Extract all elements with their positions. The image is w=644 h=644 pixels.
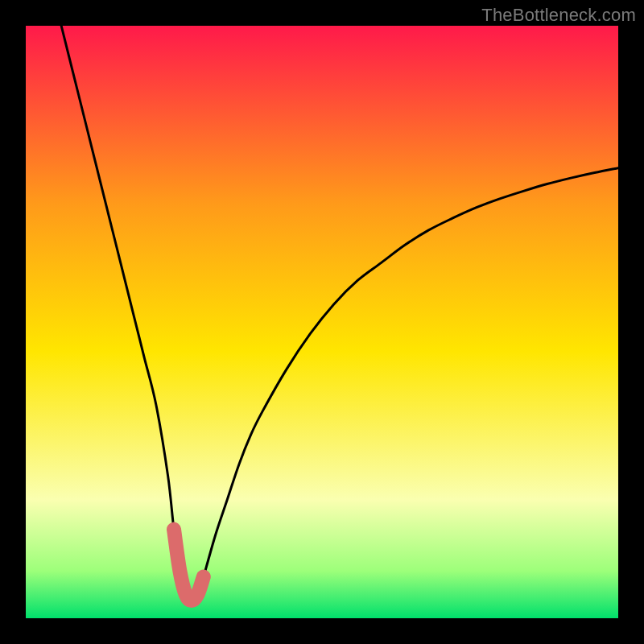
optimal-band-marker xyxy=(26,26,618,618)
chart-frame: TheBottleneck.com xyxy=(0,0,644,644)
watermark-text: TheBottleneck.com xyxy=(481,5,636,26)
plot-area xyxy=(26,26,618,618)
